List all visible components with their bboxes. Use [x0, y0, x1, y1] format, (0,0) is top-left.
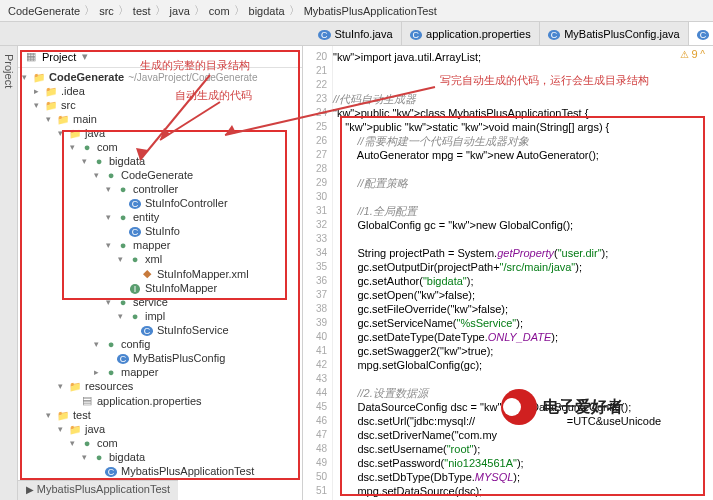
- tree-node[interactable]: StuInfoController: [18, 196, 302, 210]
- file-icon: [697, 28, 710, 40]
- code-content[interactable]: "kw">import java.util.ArrayList;//代码自动生成…: [333, 50, 661, 500]
- tree-node[interactable]: ▾xml: [18, 252, 302, 266]
- class-icon: [128, 225, 142, 237]
- breadcrumb-item[interactable]: bigdata: [249, 5, 285, 17]
- breadcrumb: CodeGenerate〉src〉test〉java〉com〉bigdata〉M…: [0, 0, 713, 22]
- pkg-icon: [80, 141, 94, 153]
- file-icon: [318, 28, 331, 40]
- tree-node[interactable]: ▾CodeGenerate: [18, 168, 302, 182]
- pkg-icon: [128, 310, 142, 322]
- tree-node[interactable]: MybatisPlusApplicationTest: [18, 464, 302, 478]
- tree-node[interactable]: ▾resources: [18, 379, 302, 393]
- tree-node[interactable]: ▾com: [18, 140, 302, 154]
- inspection-badge[interactable]: ⚠ 9 ^: [680, 48, 705, 60]
- tree-node[interactable]: ▾CodeGenerate~/JavaProject/CodeGenerate: [18, 70, 302, 84]
- tree-node[interactable]: ▾java: [18, 422, 302, 436]
- tree-node[interactable]: ▾config: [18, 337, 302, 351]
- breadcrumb-item[interactable]: src: [99, 5, 114, 17]
- folder-icon: [44, 85, 58, 97]
- pkg-icon: [116, 239, 130, 251]
- pkg-icon: [92, 155, 106, 167]
- breadcrumb-item[interactable]: MybatisPlusApplicationTest: [304, 5, 437, 17]
- iface-icon: [128, 282, 142, 294]
- pkg-icon: [104, 169, 118, 181]
- tree-node[interactable]: ▾main: [18, 112, 302, 126]
- tree-node[interactable]: ▾test: [18, 408, 302, 422]
- jfolder-icon: [56, 113, 70, 125]
- folder-icon: [32, 71, 46, 83]
- tree-node[interactable]: ▾entity: [18, 210, 302, 224]
- pkg-icon: [116, 183, 130, 195]
- pkg-icon: [116, 296, 130, 308]
- editor-tabs: StuInfo.javaapplication.propertiesMyBati…: [0, 22, 713, 46]
- file-icon: [80, 394, 94, 407]
- editor-tab[interactable]: MyBatisPlusConfig.java: [540, 22, 689, 45]
- tree-node[interactable]: StuInfoMapper: [18, 281, 302, 295]
- file-icon: [410, 28, 423, 40]
- class-icon: [116, 352, 130, 364]
- editor-tab[interactable]: MybatisPlusApplicationTest.java: [689, 22, 713, 45]
- tree-node[interactable]: ▾bigdata: [18, 450, 302, 464]
- tree-node[interactable]: ▾java: [18, 126, 302, 140]
- pkg-icon: [92, 451, 106, 463]
- breadcrumb-item[interactable]: com: [209, 5, 230, 17]
- tree-node[interactable]: ▾com: [18, 436, 302, 450]
- breadcrumb-item[interactable]: CodeGenerate: [8, 5, 80, 17]
- tree-node[interactable]: ▾bigdata: [18, 154, 302, 168]
- class-icon: [140, 324, 154, 336]
- pkg-icon: [116, 211, 130, 223]
- folder-icon: [68, 380, 82, 392]
- jfolder-icon: [68, 127, 82, 139]
- tree-node[interactable]: ▾controller: [18, 182, 302, 196]
- project-tree-header: ▦ Project ▾: [18, 46, 302, 68]
- tree-node[interactable]: StuInfoService: [18, 323, 302, 337]
- code-editor[interactable]: ⚠ 9 ^ 2021222324252627282930313233343536…: [303, 46, 713, 500]
- file-icon: [548, 28, 561, 40]
- tree-node[interactable]: application.properties: [18, 393, 302, 408]
- tree-node[interactable]: ▸.idea: [18, 84, 302, 98]
- breadcrumb-item[interactable]: test: [133, 5, 151, 17]
- project-icon: ▦: [26, 50, 36, 63]
- tree-node[interactable]: ▾src: [18, 98, 302, 112]
- line-gutter: 2021222324252627282930313233343536373839…: [303, 46, 333, 500]
- project-tree-panel: ▦ Project ▾ ▾CodeGenerate~/JavaProject/C…: [18, 46, 303, 500]
- dropdown-icon[interactable]: ▾: [82, 50, 88, 63]
- tree-node[interactable]: ▸mapper: [18, 365, 302, 379]
- jfolder-icon: [68, 423, 82, 435]
- pkg-icon: [104, 338, 118, 350]
- tree-node[interactable]: ▾impl: [18, 309, 302, 323]
- project-tool-tab[interactable]: Project: [0, 46, 18, 500]
- tree-node[interactable]: MyBatisPlusConfig: [18, 351, 302, 365]
- pkg-icon: [80, 437, 94, 449]
- pkg-icon: [104, 366, 118, 378]
- breadcrumb-item[interactable]: java: [170, 5, 190, 17]
- class-icon: [128, 197, 142, 209]
- editor-tab[interactable]: application.properties: [402, 22, 540, 45]
- run-tab[interactable]: ▶ MybatisPlusApplicationTest: [18, 480, 178, 500]
- pkg-icon: [128, 253, 142, 265]
- file-tree: ▾CodeGenerate~/JavaProject/CodeGenerate▸…: [18, 68, 302, 500]
- jfolder-icon: [56, 409, 70, 421]
- tree-node[interactable]: StuInfo: [18, 224, 302, 238]
- project-title: Project: [42, 51, 76, 63]
- xml-icon: [140, 267, 154, 280]
- editor-tab[interactable]: StuInfo.java: [310, 22, 402, 45]
- class-icon: [104, 465, 118, 477]
- tree-node[interactable]: ▾service: [18, 295, 302, 309]
- tree-node[interactable]: ▾mapper: [18, 238, 302, 252]
- jfolder-icon: [44, 99, 58, 111]
- tree-node[interactable]: StuInfoMapper.xml: [18, 266, 302, 281]
